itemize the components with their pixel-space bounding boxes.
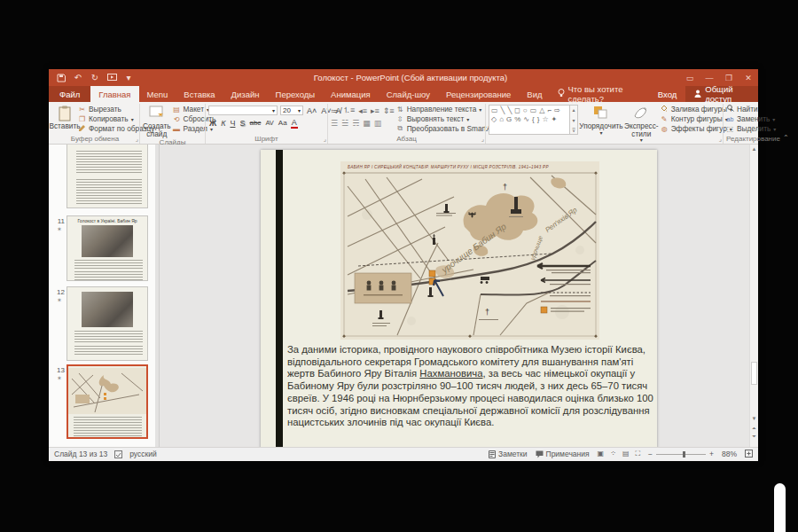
align-center-icon[interactable]: ☱ xyxy=(341,119,348,128)
slide-thumbnail-11[interactable]: Голокост в Україні. Бабин Яр xyxy=(66,215,148,281)
normal-view-icon[interactable]: ▣ xyxy=(598,450,605,458)
zoom-percentage[interactable]: 88% xyxy=(722,450,737,458)
arrange-button[interactable]: Упорядочить ▾ xyxy=(580,105,622,136)
bullets-icon[interactable]: ≔ xyxy=(331,106,339,115)
tab-insert[interactable]: Вставка xyxy=(176,86,223,102)
shape-outline-button[interactable]: ✎ Контур фигуры ▾ xyxy=(661,114,732,123)
slide-body-text[interactable]: За даними історика, провідного наукового… xyxy=(287,344,660,429)
previous-slide-icon[interactable]: ⏶ xyxy=(752,426,756,432)
copy-icon: ❐ xyxy=(78,115,86,123)
share-button[interactable]: Общий доступ xyxy=(685,86,758,102)
animation-star-icon[interactable]: ✶ xyxy=(57,226,62,233)
tab-view[interactable]: Вид xyxy=(519,86,550,102)
overlay-scroll-pill[interactable] xyxy=(774,483,786,532)
comments-button[interactable]: Примечания xyxy=(536,450,590,458)
zoom-slider-track[interactable] xyxy=(656,454,706,455)
align-right-icon[interactable]: ☴ xyxy=(352,119,359,128)
slide-thumbnail-12[interactable] xyxy=(66,286,148,361)
strikethrough-button[interactable]: abc xyxy=(248,119,262,127)
start-slideshow-icon[interactable] xyxy=(106,73,117,83)
scroll-down-icon[interactable]: ▼ xyxy=(750,414,758,424)
scrollbar-thumb[interactable] xyxy=(751,362,757,385)
bold-button[interactable]: Ж xyxy=(208,119,217,128)
tab-review[interactable]: Рецензирование xyxy=(438,86,519,102)
tab-menu[interactable]: Menu xyxy=(139,86,176,102)
underline-button[interactable]: Ч xyxy=(229,119,236,128)
sign-in-button[interactable]: Вход xyxy=(649,86,686,102)
tab-file[interactable]: Файл xyxy=(49,86,90,102)
paste-button[interactable]: Вставить xyxy=(53,105,76,130)
notes-button[interactable]: Заметки xyxy=(489,450,528,458)
numbering-icon[interactable]: ⒈≡ xyxy=(342,105,355,116)
font-color-button[interactable]: A xyxy=(291,118,298,129)
tab-animations[interactable]: Анимация xyxy=(323,86,379,102)
animation-star-icon[interactable]: ✶ xyxy=(57,297,62,304)
ribbon-display-options-icon[interactable]: ▭ xyxy=(680,69,700,86)
redo-icon[interactable]: ↻ xyxy=(90,73,100,83)
reading-view-icon[interactable]: ▤ xyxy=(622,450,630,458)
quick-styles-button[interactable]: Экспресс-стили ▾ xyxy=(624,105,659,144)
body-text-underlined-name: Нахмановича xyxy=(419,368,482,379)
tell-me-box[interactable]: Что вы хотите сделать? xyxy=(551,86,649,102)
animation-star-icon[interactable]: ✶ xyxy=(57,375,62,382)
babyn-yar-map-image[interactable]: БАБИН ЯР І СИРЕЦЬКИЙ КОНЦТАБІР. МАРШРУТИ… xyxy=(340,161,599,340)
align-left-icon[interactable]: ☰ xyxy=(331,119,338,128)
shape-effects-button[interactable]: ◍ Эффекты фигур ▾ xyxy=(661,124,732,133)
zoom-in-icon[interactable]: + xyxy=(709,450,714,458)
tab-transitions[interactable]: Переходы xyxy=(268,86,324,102)
shape-fill-button[interactable]: Заливка фигуры ▾ xyxy=(661,105,732,113)
font-size-combo[interactable]: 20▾ xyxy=(280,106,303,115)
tab-home[interactable]: Главная xyxy=(90,86,138,102)
increase-indent-icon[interactable]: ▸≡ xyxy=(371,106,379,115)
spellcheck-icon[interactable] xyxy=(114,450,122,458)
vertical-scrollbar[interactable]: ▲ ▼ ⏶ ⏷ xyxy=(749,145,758,447)
church-icon xyxy=(433,238,435,245)
zoom-out-icon[interactable]: − xyxy=(648,450,653,458)
align-text-button[interactable]: ⇳ Выровнять текст ▾ xyxy=(396,114,497,123)
line-spacing-icon[interactable]: ⇕≡ xyxy=(383,106,395,115)
new-slide-button[interactable]: Создать слайд xyxy=(143,105,171,137)
scrollbar-track[interactable] xyxy=(750,154,758,414)
grow-font-icon[interactable]: A˄ xyxy=(306,106,317,115)
tab-design[interactable]: Дизайн xyxy=(223,86,268,102)
italic-button[interactable]: К xyxy=(220,119,226,128)
fit-to-window-icon[interactable] xyxy=(745,450,753,459)
find-button[interactable]: Найти xyxy=(726,105,776,113)
change-case-button[interactable]: Aa xyxy=(278,119,288,127)
next-slide-icon[interactable]: ⏷ xyxy=(752,434,756,440)
justify-icon[interactable]: ▦ xyxy=(363,119,371,128)
columns-icon[interactable]: ▥ xyxy=(374,119,382,128)
language-indicator[interactable]: русский xyxy=(129,450,157,458)
text-shadow-button[interactable]: S xyxy=(239,119,246,128)
character-spacing-button[interactable]: AV xyxy=(264,119,274,127)
slide-sorter-view-icon[interactable]: ⁘ xyxy=(610,450,616,458)
save-icon[interactable] xyxy=(56,73,66,83)
slide-thumbnail-partial[interactable] xyxy=(66,145,148,208)
map-title: БАБИН ЯР І СИРЕЦЬКИЙ КОНЦТАБІР. МАРШРУТИ… xyxy=(348,163,549,169)
qat-customize-icon[interactable]: ▾ xyxy=(123,73,134,83)
zoom-control[interactable]: − + xyxy=(648,450,714,458)
dialog-launcher-icon[interactable]: ⌟ xyxy=(136,136,138,143)
slide-13[interactable]: БАБИН ЯР І СИРЕЦЬКИЙ КОНЦТАБІР. МАРШРУТИ… xyxy=(261,150,657,447)
collapse-ribbon-icon[interactable]: ⌃ xyxy=(783,134,794,144)
slideshow-view-icon[interactable]: ⛶ xyxy=(635,450,640,458)
scroll-up-icon[interactable]: ▲ xyxy=(750,145,758,154)
select-button[interactable]: ⬚ Выделить ▾ xyxy=(726,124,776,133)
decrease-indent-icon[interactable]: ◂≡ xyxy=(358,106,367,115)
font-name-combo[interactable]: ▾ xyxy=(208,106,278,115)
paint-bucket-icon xyxy=(661,105,669,113)
slide-thumbnail-13-selected[interactable] xyxy=(66,364,148,439)
slide-thumbnail-panel: 11 ✶ Голокост в Україні. Бабин Яр 12 ✶ 1… xyxy=(49,145,155,447)
dialog-launcher-icon[interactable]: ⌟ xyxy=(481,136,484,143)
window-title: Голокост - PowerPoint (Сбой активации пр… xyxy=(141,73,680,82)
shapes-gallery[interactable]: ▭╲╲◻○▭ △⌐⇨◇⌂G %∿{}☆✦ xyxy=(489,105,570,135)
undo-icon[interactable]: ↶ xyxy=(73,73,83,83)
convert-smartart-button[interactable]: ⧉ Преобразовать в SmartArt xyxy=(396,124,497,133)
replace-button[interactable]: ab Заменить ▾ xyxy=(726,114,776,123)
shapes-gallery-scroll[interactable]: ▴ ▾ ⊽ xyxy=(570,105,578,135)
tab-slideshow[interactable]: Слайд-шоу xyxy=(379,86,438,102)
dialog-launcher-icon[interactable]: ⌟ xyxy=(324,136,326,143)
text-direction-button[interactable]: ⇅ Направление текста ▾ xyxy=(396,105,497,113)
zoom-slider-thumb[interactable] xyxy=(683,451,685,458)
dialog-launcher-icon[interactable]: ⌟ xyxy=(719,136,722,143)
